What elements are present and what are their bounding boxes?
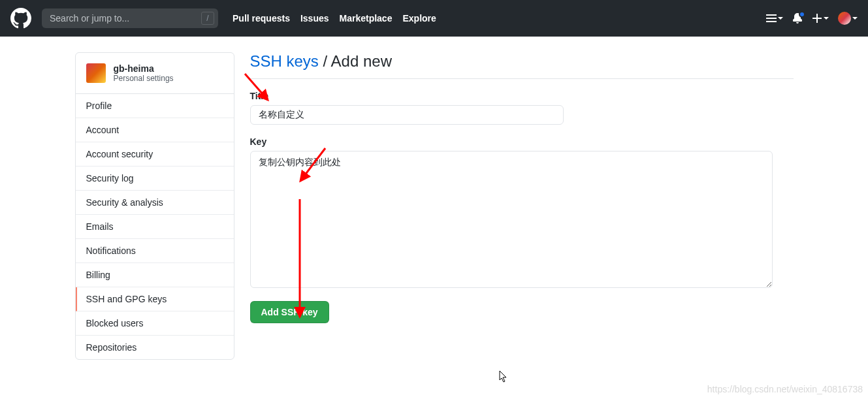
watermark-text: https://blog.csdn.net/weixin_40816738 bbox=[707, 384, 863, 394]
sidebar-item-security-log[interactable]: Security log bbox=[76, 167, 234, 191]
github-logo[interactable] bbox=[10, 8, 31, 29]
nav-explore[interactable]: Explore bbox=[402, 13, 436, 24]
global-header: / Pull requests Issues Marketplace Explo… bbox=[0, 0, 868, 37]
slash-key-icon: / bbox=[201, 12, 214, 25]
main-content: SSH keys / Add new Title Key 复制公钥内容到此处 A… bbox=[234, 52, 794, 360]
create-new-dropdown[interactable] bbox=[812, 13, 829, 24]
title-label: Title bbox=[250, 91, 794, 101]
sidebar-item-repositories[interactable]: Repositories bbox=[76, 336, 234, 359]
sidebar-avatar-icon bbox=[86, 63, 106, 83]
sidebar-item-security-analysis[interactable]: Security & analysis bbox=[76, 191, 234, 215]
key-label: Key bbox=[250, 136, 794, 147]
nav-issues[interactable]: Issues bbox=[300, 13, 329, 24]
notification-dot-icon bbox=[799, 11, 805, 18]
notifications-icon[interactable] bbox=[792, 13, 803, 24]
sidebar-item-blocked-users[interactable]: Blocked users bbox=[76, 311, 234, 336]
menu-dropdown[interactable] bbox=[766, 14, 783, 22]
sidebar-item-billing[interactable]: Billing bbox=[76, 263, 234, 287]
settings-sidebar: gb-heima Personal settings Profile Accou… bbox=[75, 52, 234, 360]
search-input[interactable] bbox=[50, 13, 210, 24]
add-ssh-key-button[interactable]: Add SSH key bbox=[250, 301, 329, 323]
key-field-group: Key 复制公钥内容到此处 bbox=[250, 136, 794, 291]
sidebar-item-account[interactable]: Account bbox=[76, 118, 234, 142]
header-right bbox=[766, 12, 858, 25]
sidebar-item-emails[interactable]: Emails bbox=[76, 215, 234, 239]
sidebar-item-ssh-gpg-keys[interactable]: SSH and GPG keys bbox=[76, 287, 234, 311]
sidebar-username: gb-heima bbox=[114, 63, 174, 74]
page-title-separator: / bbox=[319, 52, 331, 70]
sidebar-item-profile[interactable]: Profile bbox=[76, 94, 234, 118]
nav-pull-requests[interactable]: Pull requests bbox=[233, 13, 290, 24]
mouse-cursor-icon bbox=[499, 370, 509, 383]
sidebar-item-notifications[interactable]: Notifications bbox=[76, 239, 234, 263]
avatar-icon bbox=[838, 12, 851, 25]
sidebar-header: gb-heima Personal settings bbox=[76, 53, 234, 94]
sidebar-item-account-security[interactable]: Account security bbox=[76, 142, 234, 167]
title-field-group: Title bbox=[250, 91, 794, 125]
sidebar-subtitle: Personal settings bbox=[114, 74, 174, 83]
page-title: SSH keys / Add new bbox=[250, 52, 794, 79]
nav-marketplace[interactable]: Marketplace bbox=[340, 13, 393, 24]
primary-nav: Pull requests Issues Marketplace Explore bbox=[233, 13, 436, 24]
page-title-link[interactable]: SSH keys bbox=[250, 52, 319, 70]
key-textarea[interactable]: 复制公钥内容到此处 bbox=[250, 151, 773, 288]
title-input[interactable] bbox=[250, 105, 564, 125]
settings-container: gb-heima Personal settings Profile Accou… bbox=[75, 37, 794, 360]
page-title-current: Add new bbox=[331, 52, 392, 70]
search-box[interactable]: / bbox=[42, 8, 218, 28]
user-menu-dropdown[interactable] bbox=[838, 12, 858, 25]
